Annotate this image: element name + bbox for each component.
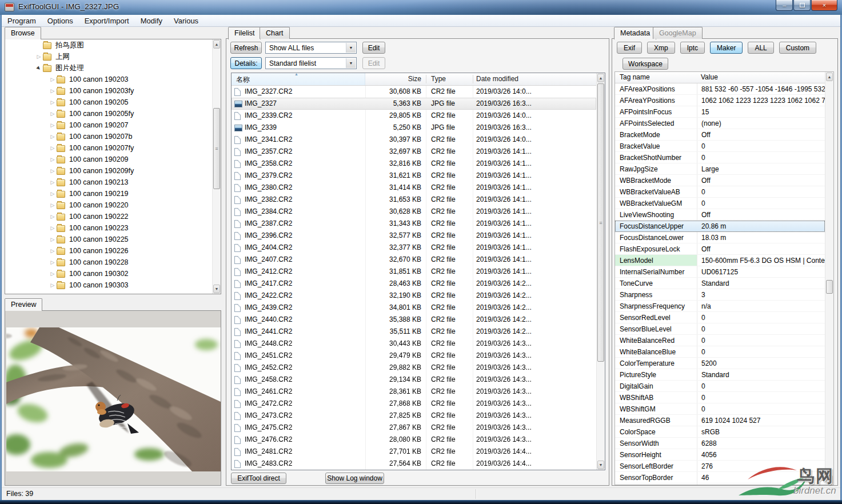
tree-collapsed-icon[interactable]: ▷: [49, 202, 57, 208]
metadata-row[interactable]: BracketModeOff: [615, 129, 825, 141]
tree-item[interactable]: ▷100 canon 190203fy: [5, 85, 221, 97]
file-row[interactable]: IMG_2472.CR227,868 KBCR2 file2019/03/26 …: [232, 398, 596, 410]
file-row[interactable]: IMG_2380.CR231,414 KBCR2 file2019/03/26 …: [232, 182, 596, 194]
tree-collapsed-icon[interactable]: ▷: [49, 282, 57, 288]
file-row[interactable]: IMG_23395,250 KBJPG file2019/03/26 16:3.…: [232, 122, 596, 134]
metadata-row[interactable]: FocusDistanceLower18.03 m: [615, 232, 825, 243]
tree-item[interactable]: ▷100 canon 190223: [5, 222, 221, 234]
metadata-filter-iptc-button[interactable]: Iptc: [680, 42, 705, 54]
file-row[interactable]: IMG_2440.CR235,388 KBCR2 file2019/03/26 …: [232, 314, 596, 326]
scroll-down-icon[interactable]: ▼: [213, 285, 220, 293]
tree-item[interactable]: ▷100 canon 190207b: [5, 131, 221, 142]
tree-item[interactable]: ▷100 canon 190220: [5, 199, 221, 211]
column-header-name[interactable]: 名称 ▲: [232, 73, 365, 85]
tree-scrollbar[interactable]: ▲ ≡ ▼: [212, 39, 221, 294]
metadata-filter-custom-button[interactable]: Custom: [779, 42, 816, 54]
workspace-button[interactable]: Workspace: [622, 58, 668, 70]
tree-collapsed-icon[interactable]: ▷: [49, 179, 57, 185]
metadata-filter-maker-button[interactable]: Maker: [710, 42, 743, 54]
file-filter-dropdown[interactable]: Show ALL files ▼: [265, 42, 357, 54]
metadata-row[interactable]: BracketValue0: [615, 141, 825, 152]
metadata-scrollbar[interactable]: ▲ ▼: [825, 72, 833, 485]
metadata-row[interactable]: SensorWidth6288: [615, 438, 825, 449]
metadata-row[interactable]: RawJpgSizeLarge: [615, 163, 825, 175]
scroll-down-icon[interactable]: ▼: [597, 461, 604, 469]
file-row[interactable]: IMG_2481.CR227,701 KBCR2 file2019/03/26 …: [232, 446, 596, 458]
show-log-window-button[interactable]: Show Log window: [325, 473, 384, 484]
tree-item[interactable]: ▷100 canon 190205: [5, 97, 221, 108]
metadata-row[interactable]: SensorLeftBorder276: [615, 461, 825, 472]
tree-scrollbar-thumb[interactable]: ≡: [213, 108, 220, 189]
column-header-date[interactable]: Date modified: [476, 75, 518, 83]
tab-chart[interactable]: Chart: [260, 27, 290, 39]
metadata-row[interactable]: FlashExposureLockOff: [615, 243, 825, 255]
menu-item-options[interactable]: Options: [42, 15, 79, 26]
refresh-button[interactable]: Refresh: [230, 42, 262, 54]
metadata-row[interactable]: WBBracketValueAB0: [615, 186, 825, 198]
file-row[interactable]: IMG_2379.CR231,621 KBCR2 file2019/03/26 …: [232, 170, 596, 182]
tree-item[interactable]: ▷100 canon 190205fy: [5, 108, 221, 119]
scroll-down-icon[interactable]: ▼: [826, 475, 833, 484]
tree-item[interactable]: ▷100 canon 190209: [5, 154, 221, 165]
file-row[interactable]: IMG_2358.CR232,816 KBCR2 file2019/03/26 …: [232, 158, 596, 170]
metadata-row[interactable]: ColorSpacesRGB: [615, 426, 825, 438]
file-row[interactable]: IMG_2417.CR228,463 KBCR2 file2019/03/26 …: [232, 278, 596, 290]
metadata-row[interactable]: InternalSerialNumberUD0617125: [615, 266, 825, 278]
file-row[interactable]: IMG_2382.CR231,653 KBCR2 file2019/03/26 …: [232, 194, 596, 206]
tree-item[interactable]: ▷100 canon 190226: [5, 245, 221, 257]
metadata-filter-all-button[interactable]: ALL: [748, 42, 773, 54]
column-header-value[interactable]: Value: [701, 73, 718, 81]
metadata-row[interactable]: SensorHeight4056: [615, 449, 825, 461]
tree-collapsed-icon[interactable]: ▷: [49, 145, 57, 151]
metadata-row[interactable]: AFAreaYPositions1062 1062 1223 1223 1223…: [615, 95, 825, 106]
tree-collapsed-icon[interactable]: ▷: [49, 259, 57, 265]
file-row[interactable]: IMG_2412.CR231,851 KBCR2 file2019/03/26 …: [232, 266, 596, 278]
tab-filelist[interactable]: Filelist: [228, 27, 261, 39]
tree-collapsed-icon[interactable]: ▷: [35, 54, 43, 59]
metadata-row[interactable]: WhiteBalanceRed0: [615, 335, 825, 346]
file-row[interactable]: IMG_2483.CR227,564 KBCR2 file2019/03/26 …: [232, 458, 596, 470]
metadata-row[interactable]: MeasuredRGGB619 1024 1024 527: [615, 415, 825, 426]
tree-item[interactable]: ▷100 canon 190213: [5, 177, 221, 188]
scroll-up-icon[interactable]: ▲: [213, 40, 220, 49]
file-row[interactable]: IMG_2475.CR227,867 KBCR2 file2019/03/26 …: [232, 422, 596, 434]
metadata-row[interactable]: LiveViewShootingOff: [615, 209, 825, 221]
file-row[interactable]: IMG_2452.CR229,882 KBCR2 file2019/03/26 …: [232, 362, 596, 374]
tree-item[interactable]: ▷100 canon 190207fy: [5, 142, 221, 154]
file-row[interactable]: IMG_2476.CR228,080 KBCR2 file2019/03/26 …: [232, 434, 596, 446]
scroll-up-icon[interactable]: ▲: [597, 74, 604, 82]
file-row[interactable]: IMG_23275,363 KBJPG file2019/03/26 16:3.…: [232, 98, 596, 110]
metadata-row[interactable]: BracketShotNumber0: [615, 152, 825, 163]
tree-item[interactable]: ▷100 canon 190219: [5, 188, 221, 199]
file-row[interactable]: IMG_2407.CR232,670 KBCR2 file2019/03/26 …: [232, 254, 596, 266]
tree-collapsed-icon[interactable]: ▷: [49, 214, 57, 219]
tab-browse[interactable]: Browse: [5, 27, 41, 39]
tree-collapsed-icon[interactable]: ▷: [49, 122, 57, 128]
tab-preview[interactable]: Preview: [5, 298, 42, 311]
tree-collapsed-icon[interactable]: ▷: [49, 237, 57, 242]
tree-collapsed-icon[interactable]: ▷: [49, 157, 57, 162]
scroll-up-icon[interactable]: ▲: [826, 73, 833, 81]
tree-collapsed-icon[interactable]: ▷: [49, 134, 57, 139]
metadata-row[interactable]: AFPointsSelected(none): [615, 118, 825, 129]
metadata-filter-exif-button[interactable]: Exif: [617, 42, 642, 54]
file-row[interactable]: IMG_2357.CR232,697 KBCR2 file2019/03/26 …: [232, 146, 596, 158]
file-row[interactable]: IMG_2339.CR229,805 KBCR2 file2019/03/26 …: [232, 110, 596, 122]
tree-collapsed-icon[interactable]: ▷: [49, 77, 57, 82]
tree-item[interactable]: ▷100 canon 190222: [5, 211, 221, 222]
metadata-row[interactable]: WhiteBalanceBlue0: [615, 346, 825, 358]
metadata-row[interactable]: WBBracketValueGM0: [615, 198, 825, 209]
tab-googlemap[interactable]: GoogleMap: [653, 27, 703, 39]
maximize-button[interactable]: [793, 0, 811, 11]
metadata-row[interactable]: DigitalGain0: [615, 381, 825, 392]
metadata-row[interactable]: LensModel150-600mm F5-6.3 DG OS HSM | Co…: [615, 255, 825, 266]
filelist-scrollbar[interactable]: ▲ ≡ ▼: [596, 73, 605, 470]
column-header-type[interactable]: Type: [431, 75, 446, 83]
details-button[interactable]: Details:: [230, 57, 262, 69]
metadata-row[interactable]: WBShiftGM0: [615, 403, 825, 415]
metadata-row[interactable]: SharpnessFrequencyn/a: [615, 301, 825, 312]
tree-item[interactable]: ▷100 canon 190228: [5, 257, 221, 268]
details-dropdown[interactable]: Standard filelist ▼: [265, 57, 357, 69]
metadata-row[interactable]: SensorRedLevel0: [615, 312, 825, 323]
tree-item[interactable]: 拍鸟原图: [5, 39, 221, 51]
